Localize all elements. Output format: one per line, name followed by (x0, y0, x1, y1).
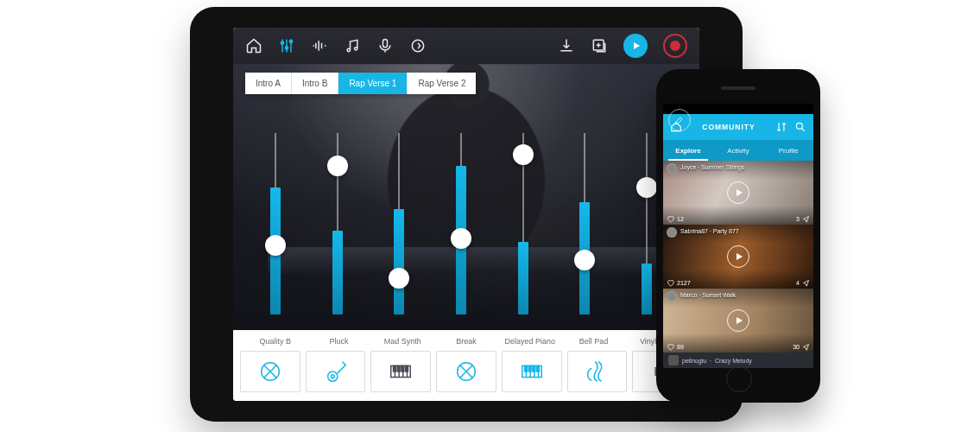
slider-knob[interactable] (389, 268, 409, 289)
svg-point-0 (281, 41, 283, 44)
sort-icon[interactable] (775, 121, 787, 133)
waveform-icon[interactable] (311, 37, 328, 54)
channel-slider-1[interactable] (319, 133, 356, 314)
card-stats: 123 (667, 215, 810, 223)
loop-icon[interactable] (409, 37, 427, 54)
channel-slider-0[interactable] (257, 133, 294, 314)
now-playing-bar[interactable]: pelinoglu · Crazy Melody (663, 353, 813, 368)
svg-rect-21 (536, 365, 539, 372)
mixer-sliders (257, 133, 665, 314)
card-stats: 8930 (667, 343, 810, 351)
svg-point-22 (796, 123, 802, 129)
section-tab-1[interactable]: Intro B (292, 73, 338, 94)
play-overlay-icon[interactable] (727, 309, 749, 332)
slider-knob[interactable] (451, 228, 471, 249)
phone-screen: COMMUNITY ExploreActivityProfile Joyce ·… (663, 104, 813, 368)
channel-label: Mad Synth (370, 337, 434, 346)
play-overlay-icon[interactable] (727, 245, 749, 268)
phone-tab-explore[interactable]: Explore (663, 140, 713, 161)
channel-slider-2[interactable] (381, 133, 417, 314)
strings-icon[interactable] (567, 351, 628, 392)
slider-knob[interactable] (574, 250, 595, 270)
card-title: Joyce · Summer Strings (680, 164, 744, 170)
mixer-icon[interactable] (278, 37, 295, 54)
svg-rect-20 (533, 365, 535, 372)
channel-slider-5[interactable] (566, 133, 603, 314)
mic-icon[interactable] (376, 37, 394, 54)
play-button[interactable] (623, 34, 648, 58)
tablet-toolbar (233, 28, 699, 64)
section-tab-0[interactable]: Intro A (245, 73, 292, 94)
channel-label: Quality B (243, 337, 307, 346)
svg-point-3 (347, 48, 350, 51)
guitar-icon[interactable] (306, 351, 366, 392)
keys-icon[interactable] (370, 351, 431, 392)
section-tabs: Intro AIntro BRap Verse 1Rap Verse 2 (245, 73, 476, 94)
heart-icon[interactable] (667, 279, 674, 287)
play-overlay-icon[interactable] (727, 181, 749, 204)
section-tab-2[interactable]: Rap Verse 1 (338, 73, 408, 94)
channel-slider-3[interactable] (443, 133, 479, 314)
slider-knob[interactable] (636, 177, 657, 198)
mixer-area (233, 64, 699, 330)
share-icon[interactable] (802, 215, 810, 223)
slider-knob[interactable] (513, 144, 534, 165)
drum-icon[interactable] (240, 351, 300, 392)
svg-point-2 (289, 40, 292, 42)
channel-label: Break (434, 337, 498, 346)
svg-rect-14 (401, 365, 404, 372)
heart-icon[interactable] (667, 343, 674, 351)
feed-card[interactable]: Joyce · Summer Strings123 (663, 161, 813, 225)
svg-point-4 (355, 48, 357, 50)
svg-rect-5 (383, 40, 388, 48)
instrument-strip: Quality BPluckMad SynthBreakDelayed Pian… (233, 330, 699, 401)
svg-point-1 (285, 47, 288, 49)
channel-label: Bell Pad (562, 337, 626, 346)
feed-card[interactable]: Sabrina87 · Party 87721274 (663, 225, 813, 289)
feed-card[interactable]: Marco · Sunset Walk8930 (663, 289, 813, 353)
notes-icon[interactable] (344, 37, 361, 54)
phone-tab-activity[interactable]: Activity (713, 140, 763, 161)
card-title: Marco · Sunset Walk (680, 292, 736, 298)
svg-rect-12 (394, 365, 396, 372)
keys-icon[interactable] (502, 351, 562, 392)
now-playing-thumb (668, 355, 679, 365)
phone-tabs: ExploreActivityProfile (663, 140, 813, 161)
phone-tab-profile[interactable]: Profile (763, 140, 813, 161)
phone-header-title: COMMUNITY (702, 123, 755, 131)
now-playing-track: Crazy Melody (715, 358, 752, 364)
phone-feed: Joyce · Summer Strings123Sabrina87 · Par… (663, 161, 813, 353)
svg-rect-15 (406, 365, 408, 372)
avatar (667, 227, 677, 238)
slider-knob[interactable] (327, 156, 348, 176)
svg-rect-18 (524, 365, 527, 372)
svg-rect-13 (398, 365, 401, 372)
download-icon[interactable] (558, 37, 575, 54)
edit-sections-button[interactable] (668, 109, 691, 131)
home-icon[interactable] (245, 37, 262, 54)
now-playing-user: pelinoglu (682, 358, 706, 364)
avatar (667, 163, 677, 174)
section-tab-3[interactable]: Rap Verse 2 (408, 73, 476, 94)
channel-slider-4[interactable] (505, 133, 541, 314)
slider-knob[interactable] (265, 235, 286, 256)
card-title: Sabrina87 · Party 877 (680, 228, 739, 234)
record-button[interactable] (663, 34, 687, 58)
channel-label: Delayed Piano (498, 337, 562, 346)
add-track-icon[interactable] (591, 37, 608, 54)
share-icon[interactable] (802, 279, 810, 287)
card-stats: 21274 (667, 279, 810, 287)
heart-icon[interactable] (667, 215, 674, 223)
svg-point-6 (412, 40, 423, 51)
svg-rect-19 (528, 365, 531, 372)
channel-label: Pluck (307, 337, 371, 346)
avatar (667, 291, 677, 302)
svg-point-10 (331, 375, 334, 378)
svg-point-9 (327, 372, 337, 381)
share-icon[interactable] (802, 343, 810, 351)
search-icon[interactable] (794, 121, 806, 133)
drum-icon[interactable] (436, 351, 496, 392)
